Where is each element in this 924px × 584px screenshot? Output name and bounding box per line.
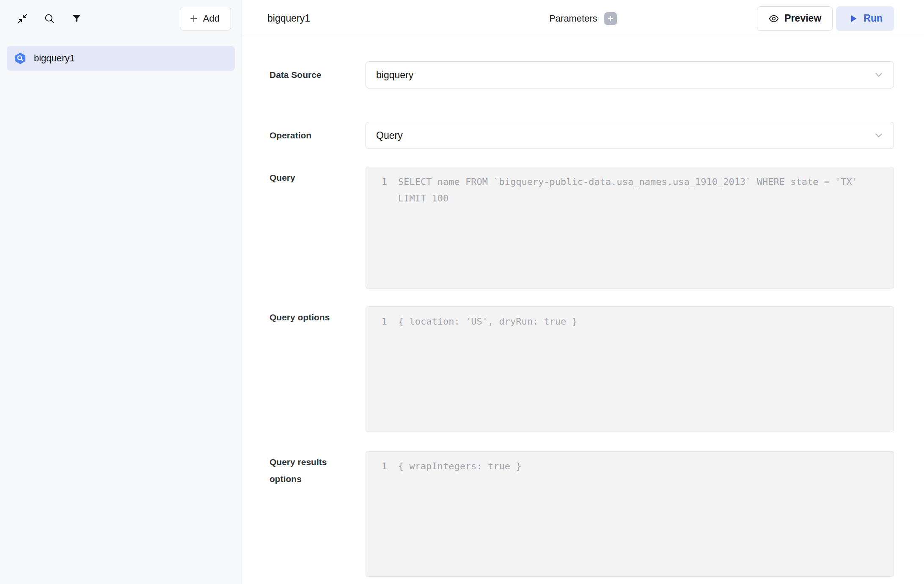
- query-results-options-placeholder: { wrapIntegers: true }: [387, 458, 885, 474]
- data-source-value: bigquery: [376, 69, 873, 81]
- filter-button[interactable]: [69, 11, 84, 26]
- search-button[interactable]: [42, 11, 57, 26]
- form-row-data-source: Data Source bigquery: [270, 61, 894, 88]
- query-title: bigquery1: [267, 13, 310, 24]
- data-source-select[interactable]: bigquery: [366, 61, 894, 88]
- data-source-label: Data Source: [270, 70, 366, 80]
- query-list-item-bigquery1[interactable]: bigquery1: [7, 46, 235, 71]
- app-root: Add bigquery1 bigquery1 Parameters: [0, 0, 924, 584]
- operation-label: Operation: [270, 130, 366, 140]
- preview-button[interactable]: Preview: [757, 6, 833, 31]
- preview-button-label: Preview: [784, 13, 821, 24]
- chevron-down-icon: [873, 69, 884, 80]
- add-button-label: Add: [203, 13, 220, 24]
- query-options-editor[interactable]: 1 { location: 'US', dryRun: true }: [366, 306, 894, 432]
- sidebar-toolbar: Add: [0, 0, 242, 37]
- collapse-panel-button[interactable]: [15, 11, 30, 26]
- run-button[interactable]: Run: [836, 6, 894, 31]
- collapse-icon: [16, 13, 28, 25]
- form-row-query-options: Query options 1 { location: 'US', dryRun…: [270, 306, 894, 432]
- form-row-query: Query 1 SELECT name FROM `bigquery-publi…: [270, 167, 894, 289]
- line-number: 1: [366, 313, 387, 330]
- run-button-label: Run: [864, 13, 883, 24]
- operation-value: Query: [376, 130, 873, 141]
- query-placeholder: SELECT name FROM `bigquery-public-data.u…: [387, 174, 885, 207]
- operation-select[interactable]: Query: [366, 122, 894, 149]
- line-number: 1: [366, 458, 387, 474]
- query-form: Data Source bigquery Operation Query: [242, 37, 924, 584]
- query-results-options-label: Query results options: [270, 451, 366, 577]
- query-panel-sidebar: Add bigquery1: [0, 0, 242, 584]
- plus-icon: [189, 14, 199, 24]
- header-actions: Preview Run: [757, 6, 894, 31]
- query-results-options-editor[interactable]: 1 { wrapIntegers: true }: [366, 451, 894, 577]
- parameters-label: Parameters: [549, 13, 597, 24]
- query-list: bigquery1: [0, 37, 242, 71]
- parameters-section: Parameters: [549, 12, 617, 25]
- query-options-label: Query options: [270, 306, 366, 432]
- query-editor-header: bigquery1 Parameters: [242, 0, 924, 37]
- add-query-button[interactable]: Add: [180, 7, 231, 30]
- search-icon: [44, 13, 55, 25]
- bigquery-icon: [14, 52, 27, 65]
- query-options-placeholder: { location: 'US', dryRun: true }: [387, 313, 885, 330]
- line-number: 1: [366, 174, 387, 190]
- query-item-label: bigquery1: [34, 53, 75, 64]
- form-row-query-results-options: Query results options 1 { wrapIntegers: …: [270, 451, 894, 577]
- form-row-operation: Operation Query: [270, 122, 894, 149]
- query-editor-main: bigquery1 Parameters: [242, 0, 924, 584]
- chevron-down-icon: [873, 130, 884, 141]
- plus-icon: [607, 15, 614, 22]
- filter-icon: [71, 13, 82, 25]
- query-code-editor[interactable]: 1 SELECT name FROM `bigquery-public-data…: [366, 167, 894, 289]
- query-label: Query: [270, 167, 366, 289]
- eye-icon: [768, 13, 779, 24]
- add-parameter-button[interactable]: [604, 12, 617, 25]
- play-icon: [847, 13, 858, 24]
